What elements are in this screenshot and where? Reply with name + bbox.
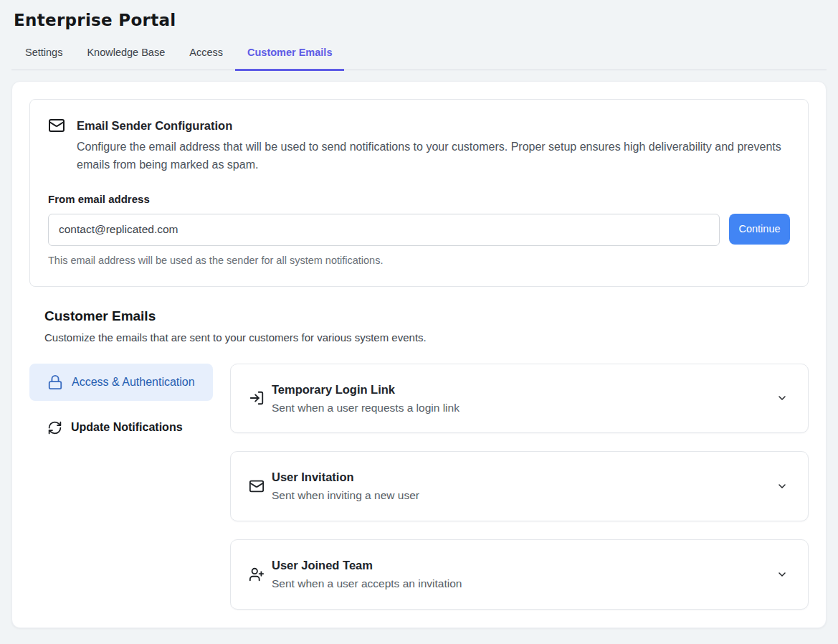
email-card-title: User Invitation [272, 469, 776, 486]
email-card-title: User Joined Team [272, 557, 776, 574]
email-category-list: Access & Authentication Update Notificat… [29, 364, 213, 444]
user-plus-icon [249, 567, 265, 582]
customer-emails-title: Customer Emails [44, 308, 809, 324]
email-card-text: User Joined Team Sent when a user accept… [272, 557, 776, 592]
mail-icon [48, 117, 65, 134]
page-header: Enterprise Portal [0, 0, 838, 29]
lock-icon [47, 374, 63, 390]
from-email-label: From email address [48, 193, 790, 205]
email-card-subtitle: Sent when a user requests a login link [272, 400, 776, 416]
tab-customer-emails[interactable]: Customer Emails [235, 37, 344, 71]
email-card-title: Temporary Login Link [272, 382, 776, 398]
email-card-subtitle: Sent when inviting a new user [272, 488, 776, 503]
email-card-user-joined-team[interactable]: User Joined Team Sent when a user accept… [230, 539, 809, 610]
email-sender-config-card: Email Sender Configuration Configure the… [29, 99, 809, 287]
email-template-list: Temporary Login Link Sent when a user re… [230, 364, 809, 610]
email-card-text: User Invitation Sent when inviting a new… [272, 469, 776, 503]
mail-icon [249, 478, 265, 494]
email-card-text: Temporary Login Link Sent when a user re… [272, 382, 776, 416]
continue-button[interactable]: Continue [729, 214, 790, 245]
sender-config-title: Email Sender Configuration [77, 119, 232, 133]
refresh-icon [47, 420, 62, 435]
category-label: Update Notifications [71, 421, 183, 434]
chevron-down-icon[interactable] [776, 480, 788, 492]
category-update-notifications[interactable]: Update Notifications [29, 412, 213, 444]
sender-config-header: Email Sender Configuration [48, 117, 790, 134]
email-helper-text: This email address will be used as the s… [48, 255, 790, 266]
category-label: Access & Authentication [72, 374, 195, 390]
tab-access[interactable]: Access [177, 37, 235, 71]
email-card-temporary-login-link[interactable]: Temporary Login Link Sent when a user re… [230, 364, 809, 434]
page-title: Enterprise Portal [14, 11, 827, 29]
tab-settings[interactable]: Settings [13, 37, 75, 71]
content-panel: Email Sender Configuration Configure the… [11, 81, 827, 628]
customer-emails-layout: Access & Authentication Update Notificat… [29, 364, 809, 610]
login-icon [249, 390, 265, 406]
sender-config-description: Configure the email address that will be… [77, 138, 785, 174]
email-input-row: Continue [48, 214, 790, 246]
email-card-subtitle: Sent when a user accepts an invitation [272, 576, 776, 592]
tab-bar: Settings Knowledge Base Access Customer … [11, 37, 827, 70]
tab-knowledge-base[interactable]: Knowledge Base [75, 37, 177, 71]
email-card-user-invitation[interactable]: User Invitation Sent when inviting a new… [230, 451, 809, 521]
chevron-down-icon[interactable] [776, 569, 788, 580]
chevron-down-icon[interactable] [776, 392, 788, 404]
from-email-input[interactable] [48, 214, 720, 246]
customer-emails-description: Customize the emails that are sent to yo… [44, 331, 809, 344]
category-access-authentication[interactable]: Access & Authentication [29, 364, 213, 401]
